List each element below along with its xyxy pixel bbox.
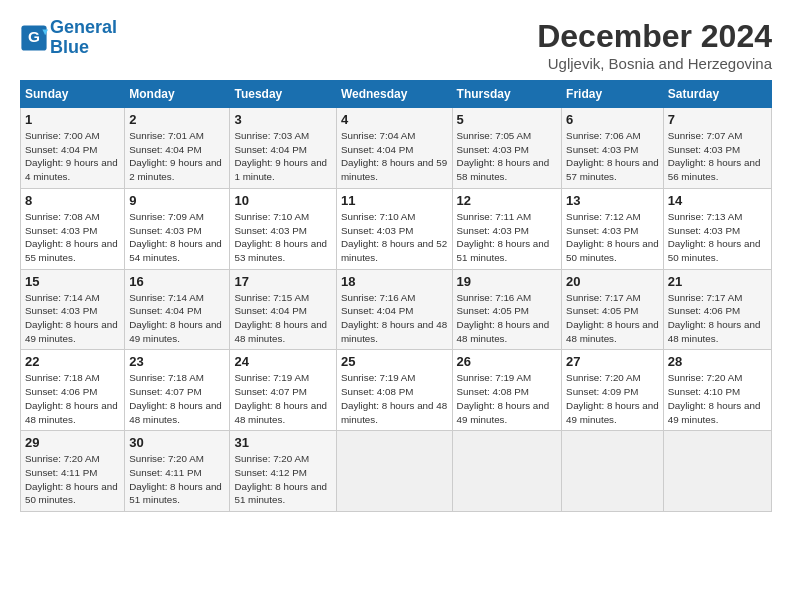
- day-info: Sunrise: 7:19 AMSunset: 4:08 PMDaylight:…: [341, 371, 448, 426]
- subtitle: Ugljevik, Bosnia and Herzegovina: [537, 55, 772, 72]
- day-number: 10: [234, 193, 331, 208]
- day-number: 17: [234, 274, 331, 289]
- week-row-1: 1 Sunrise: 7:00 AMSunset: 4:04 PMDayligh…: [21, 108, 772, 189]
- day-number: 12: [457, 193, 558, 208]
- day-number: 7: [668, 112, 767, 127]
- header-tuesday: Tuesday: [230, 81, 336, 108]
- day-number: 19: [457, 274, 558, 289]
- day-number: 6: [566, 112, 659, 127]
- day-cell: 10 Sunrise: 7:10 AMSunset: 4:03 PMDaylig…: [230, 188, 336, 269]
- day-number: 18: [341, 274, 448, 289]
- day-cell: 16 Sunrise: 7:14 AMSunset: 4:04 PMDaylig…: [125, 269, 230, 350]
- day-cell: 25 Sunrise: 7:19 AMSunset: 4:08 PMDaylig…: [336, 350, 452, 431]
- logo: G General Blue: [20, 18, 117, 58]
- day-info: Sunrise: 7:17 AMSunset: 4:05 PMDaylight:…: [566, 291, 659, 346]
- day-cell: 22 Sunrise: 7:18 AMSunset: 4:06 PMDaylig…: [21, 350, 125, 431]
- day-info: Sunrise: 7:11 AMSunset: 4:03 PMDaylight:…: [457, 210, 558, 265]
- header-friday: Friday: [562, 81, 664, 108]
- calendar-table: SundayMondayTuesdayWednesdayThursdayFrid…: [20, 80, 772, 512]
- day-info: Sunrise: 7:10 AMSunset: 4:03 PMDaylight:…: [341, 210, 448, 265]
- day-number: 9: [129, 193, 225, 208]
- day-cell: 31 Sunrise: 7:20 AMSunset: 4:12 PMDaylig…: [230, 431, 336, 512]
- day-info: Sunrise: 7:08 AMSunset: 4:03 PMDaylight:…: [25, 210, 120, 265]
- day-info: Sunrise: 7:07 AMSunset: 4:03 PMDaylight:…: [668, 129, 767, 184]
- week-row-2: 8 Sunrise: 7:08 AMSunset: 4:03 PMDayligh…: [21, 188, 772, 269]
- day-number: 25: [341, 354, 448, 369]
- day-info: Sunrise: 7:20 AMSunset: 4:12 PMDaylight:…: [234, 452, 331, 507]
- page: G General Blue December 2024 Ugljevik, B…: [0, 0, 792, 522]
- day-info: Sunrise: 7:20 AMSunset: 4:11 PMDaylight:…: [129, 452, 225, 507]
- day-number: 31: [234, 435, 331, 450]
- header-saturday: Saturday: [663, 81, 771, 108]
- day-number: 26: [457, 354, 558, 369]
- day-number: 15: [25, 274, 120, 289]
- day-info: Sunrise: 7:09 AMSunset: 4:03 PMDaylight:…: [129, 210, 225, 265]
- day-info: Sunrise: 7:01 AMSunset: 4:04 PMDaylight:…: [129, 129, 225, 184]
- day-info: Sunrise: 7:19 AMSunset: 4:08 PMDaylight:…: [457, 371, 558, 426]
- day-number: 23: [129, 354, 225, 369]
- day-cell: 8 Sunrise: 7:08 AMSunset: 4:03 PMDayligh…: [21, 188, 125, 269]
- day-cell: 11 Sunrise: 7:10 AMSunset: 4:03 PMDaylig…: [336, 188, 452, 269]
- day-cell: 12 Sunrise: 7:11 AMSunset: 4:03 PMDaylig…: [452, 188, 562, 269]
- day-cell: 7 Sunrise: 7:07 AMSunset: 4:03 PMDayligh…: [663, 108, 771, 189]
- day-info: Sunrise: 7:12 AMSunset: 4:03 PMDaylight:…: [566, 210, 659, 265]
- day-cell: 5 Sunrise: 7:05 AMSunset: 4:03 PMDayligh…: [452, 108, 562, 189]
- day-cell: 15 Sunrise: 7:14 AMSunset: 4:03 PMDaylig…: [21, 269, 125, 350]
- week-row-4: 22 Sunrise: 7:18 AMSunset: 4:06 PMDaylig…: [21, 350, 772, 431]
- day-info: Sunrise: 7:05 AMSunset: 4:03 PMDaylight:…: [457, 129, 558, 184]
- day-cell: 13 Sunrise: 7:12 AMSunset: 4:03 PMDaylig…: [562, 188, 664, 269]
- header-wednesday: Wednesday: [336, 81, 452, 108]
- header-row: SundayMondayTuesdayWednesdayThursdayFrid…: [21, 81, 772, 108]
- day-number: 20: [566, 274, 659, 289]
- day-number: 29: [25, 435, 120, 450]
- day-number: 2: [129, 112, 225, 127]
- day-number: 27: [566, 354, 659, 369]
- svg-text:G: G: [28, 28, 40, 45]
- day-cell: 6 Sunrise: 7:06 AMSunset: 4:03 PMDayligh…: [562, 108, 664, 189]
- day-info: Sunrise: 7:04 AMSunset: 4:04 PMDaylight:…: [341, 129, 448, 184]
- day-cell: 14 Sunrise: 7:13 AMSunset: 4:03 PMDaylig…: [663, 188, 771, 269]
- logo-text: General Blue: [50, 18, 117, 58]
- day-info: Sunrise: 7:16 AMSunset: 4:04 PMDaylight:…: [341, 291, 448, 346]
- day-cell: 17 Sunrise: 7:15 AMSunset: 4:04 PMDaylig…: [230, 269, 336, 350]
- logo-line1: General: [50, 17, 117, 37]
- day-number: 21: [668, 274, 767, 289]
- header-monday: Monday: [125, 81, 230, 108]
- day-cell: 9 Sunrise: 7:09 AMSunset: 4:03 PMDayligh…: [125, 188, 230, 269]
- day-info: Sunrise: 7:13 AMSunset: 4:03 PMDaylight:…: [668, 210, 767, 265]
- week-row-5: 29 Sunrise: 7:20 AMSunset: 4:11 PMDaylig…: [21, 431, 772, 512]
- day-info: Sunrise: 7:16 AMSunset: 4:05 PMDaylight:…: [457, 291, 558, 346]
- day-cell: 1 Sunrise: 7:00 AMSunset: 4:04 PMDayligh…: [21, 108, 125, 189]
- day-number: 22: [25, 354, 120, 369]
- day-number: 24: [234, 354, 331, 369]
- day-cell: 27 Sunrise: 7:20 AMSunset: 4:09 PMDaylig…: [562, 350, 664, 431]
- day-cell: 4 Sunrise: 7:04 AMSunset: 4:04 PMDayligh…: [336, 108, 452, 189]
- day-info: Sunrise: 7:20 AMSunset: 4:10 PMDaylight:…: [668, 371, 767, 426]
- title-section: December 2024 Ugljevik, Bosnia and Herze…: [537, 18, 772, 72]
- logo-line2: Blue: [50, 37, 89, 57]
- day-cell: [663, 431, 771, 512]
- header: G General Blue December 2024 Ugljevik, B…: [20, 18, 772, 72]
- day-number: 11: [341, 193, 448, 208]
- day-cell: 28 Sunrise: 7:20 AMSunset: 4:10 PMDaylig…: [663, 350, 771, 431]
- day-info: Sunrise: 7:19 AMSunset: 4:07 PMDaylight:…: [234, 371, 331, 426]
- day-number: 30: [129, 435, 225, 450]
- day-cell: [452, 431, 562, 512]
- day-cell: 19 Sunrise: 7:16 AMSunset: 4:05 PMDaylig…: [452, 269, 562, 350]
- day-info: Sunrise: 7:03 AMSunset: 4:04 PMDaylight:…: [234, 129, 331, 184]
- day-number: 3: [234, 112, 331, 127]
- day-info: Sunrise: 7:00 AMSunset: 4:04 PMDaylight:…: [25, 129, 120, 184]
- main-title: December 2024: [537, 18, 772, 55]
- day-cell: 29 Sunrise: 7:20 AMSunset: 4:11 PMDaylig…: [21, 431, 125, 512]
- day-cell: 20 Sunrise: 7:17 AMSunset: 4:05 PMDaylig…: [562, 269, 664, 350]
- day-cell: 30 Sunrise: 7:20 AMSunset: 4:11 PMDaylig…: [125, 431, 230, 512]
- day-info: Sunrise: 7:18 AMSunset: 4:07 PMDaylight:…: [129, 371, 225, 426]
- day-info: Sunrise: 7:20 AMSunset: 4:11 PMDaylight:…: [25, 452, 120, 507]
- day-cell: 21 Sunrise: 7:17 AMSunset: 4:06 PMDaylig…: [663, 269, 771, 350]
- day-number: 16: [129, 274, 225, 289]
- day-cell: [562, 431, 664, 512]
- day-number: 8: [25, 193, 120, 208]
- day-cell: 24 Sunrise: 7:19 AMSunset: 4:07 PMDaylig…: [230, 350, 336, 431]
- day-cell: 2 Sunrise: 7:01 AMSunset: 4:04 PMDayligh…: [125, 108, 230, 189]
- day-info: Sunrise: 7:20 AMSunset: 4:09 PMDaylight:…: [566, 371, 659, 426]
